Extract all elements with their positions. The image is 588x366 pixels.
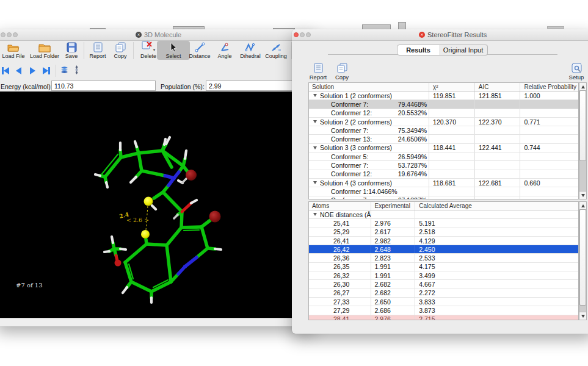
conformer-row[interactable]: Conformer 7:79.4468%: [309, 100, 578, 109]
tab-original-input[interactable]: Original Input: [439, 45, 488, 56]
cell-text: 0.660: [524, 179, 540, 187]
scrollbar-thumb[interactable]: [579, 90, 586, 161]
noe-row[interactable]: 26,302.6824.667: [309, 280, 578, 289]
minimize-button[interactable]: [7, 32, 12, 37]
solution-cell: Conformer 1:14.0466%: [309, 187, 429, 195]
tab-results[interactable]: Results: [397, 45, 440, 56]
last-conformer-button[interactable]: [43, 66, 50, 76]
conformer-label: Conformer 7:: [309, 196, 368, 199]
solution-row[interactable]: Solution 1 (2 conformers)119.851121.8511…: [309, 92, 578, 100]
noe-row[interactable]: 26,272.6822.272: [309, 289, 578, 298]
cell-text: 2.982: [375, 237, 391, 245]
column-header-aic[interactable]: AIC: [475, 83, 521, 91]
highlighted-atom[interactable]: [141, 230, 150, 239]
column-header-chi2[interactable]: χ²: [429, 83, 475, 91]
noe-row[interactable]: 26,351.9914.175: [309, 263, 578, 271]
conformer-row[interactable]: Conformer 7:53.7287%: [309, 161, 578, 170]
solution-row[interactable]: Solution 4 (3 conformers)118.681122.6810…: [309, 179, 578, 187]
zoom-button[interactable]: [306, 32, 311, 37]
delete-dropdown-arrow[interactable]: ▾: [153, 48, 156, 52]
previous-conformer-button[interactable]: [16, 66, 21, 76]
conformer-row[interactable]: Conformer 5:26.5949%: [309, 152, 578, 161]
expand-triangle-icon[interactable]: [313, 213, 317, 216]
atoms-cell: 26,42: [309, 245, 371, 253]
scroll-down-button[interactable]: [579, 312, 586, 320]
window-title: 3D Molecule: [144, 31, 181, 38]
column-header-atoms[interactable]: Atoms: [309, 202, 371, 210]
column-header-calculated-average[interactable]: Calculated Average: [415, 202, 578, 210]
molecule-window-titlebar[interactable]: ✕ 3D Molecule: [0, 29, 315, 41]
copy-button[interactable]: Copy: [328, 62, 356, 81]
stereofitter-app-icon: ✕: [419, 32, 425, 38]
relative-probability-cell: [520, 100, 578, 108]
scrollbar-thumb[interactable]: [579, 209, 586, 306]
noe-row[interactable]: 26,422.6482.450: [309, 245, 578, 254]
column-header-experimental[interactable]: Experimental: [371, 202, 416, 210]
expand-triangle-icon[interactable]: [313, 94, 317, 97]
noe-row[interactable]: 26,321.9913.499: [309, 271, 578, 280]
coupling-button[interactable]: Coupling: [260, 41, 292, 59]
oxygen-atom[interactable]: [209, 211, 221, 223]
conformer-row[interactable]: Conformer 7:75.3494%: [309, 126, 578, 135]
noe-scrollbar[interactable]: [579, 201, 587, 320]
minimize-button[interactable]: [300, 32, 305, 37]
expand-triangle-icon[interactable]: [313, 181, 317, 184]
conformer-row[interactable]: Conformer 13:24.6506%: [309, 135, 578, 143]
chi2-cell: 120.370: [429, 118, 475, 126]
load-file-button[interactable]: Load File: [0, 41, 30, 59]
expand-triangle-icon[interactable]: [313, 146, 317, 149]
cell-text: 118.681: [433, 179, 456, 187]
noe-row[interactable]: 28,412.9762.715: [309, 315, 578, 320]
column-header-solution[interactable]: Solution: [309, 83, 429, 91]
first-conformer-button[interactable]: [2, 66, 9, 76]
cell-text: 119.851: [433, 92, 456, 99]
atom-pair-label: 26,35: [309, 263, 349, 270]
stack-view-button[interactable]: [60, 66, 69, 76]
noe-row[interactable]: 27,332.6503.833: [309, 298, 578, 306]
solution-row[interactable]: Solution 2 (2 conformers)120.370122.3700…: [309, 118, 578, 126]
noe-row[interactable]: 27,292.6863.873: [309, 306, 578, 315]
setup-button[interactable]: Setup: [562, 62, 588, 81]
solution-row[interactable]: Solution 3 (3 conformers)118.441122.4410…: [309, 144, 578, 152]
oxygen-atom[interactable]: [186, 170, 197, 181]
next-conformer-button[interactable]: [30, 66, 35, 76]
noe-row[interactable]: 26,412.9824.129: [309, 237, 578, 245]
noe-row[interactable]: 26,362.8232.533: [309, 254, 578, 262]
nitrogen-atom[interactable]: [183, 265, 187, 268]
close-button[interactable]: [294, 32, 299, 37]
close-button[interactable]: [1, 32, 5, 37]
solutions-scrollbar[interactable]: [579, 82, 587, 199]
cell-text: 2.976: [375, 315, 391, 320]
highlighted-atom[interactable]: [144, 197, 153, 206]
layers-icon: [60, 65, 69, 77]
noe-row[interactable]: 25,412.9765.191: [309, 219, 578, 228]
expand-triangle-icon[interactable]: [313, 120, 317, 123]
conformer-row[interactable]: Conformer 7:67.1827%: [309, 196, 578, 199]
oxygen-atom[interactable]: [115, 260, 122, 267]
calculated-cell: 2.272: [415, 289, 578, 297]
relative-probability-cell: [520, 152, 578, 160]
nitrogen-atom[interactable]: [172, 176, 176, 180]
conformer-row[interactable]: Conformer 1:14.0466%: [309, 187, 578, 196]
column-header-relative-probability[interactable]: Relative Probability: [520, 83, 578, 91]
cell-text: 4.129: [419, 237, 435, 245]
results-window-titlebar[interactable]: ✕ StereoFitter Results: [292, 29, 588, 41]
zoom-button[interactable]: [13, 32, 18, 37]
relative-probability-cell: [520, 170, 578, 178]
noe-row[interactable]: 25,292.6172.518: [309, 228, 578, 237]
cell-text: 0.744: [524, 144, 540, 151]
energy-input[interactable]: [51, 81, 156, 91]
conformer-row[interactable]: Conformer 12:20.5532%: [309, 109, 578, 118]
molecule-viewport[interactable]: 2.4 < 2.6 > #7 of 13: [0, 92, 311, 318]
cell-text: 121.851: [479, 92, 502, 99]
arrow-down-icon: [581, 315, 585, 318]
conformer-label: Conformer 13:: [309, 135, 372, 143]
atoms-cell: 26,32: [309, 271, 371, 279]
align-axis-button[interactable]: [73, 66, 81, 76]
atoms-cell: 25,41: [309, 219, 371, 227]
atoms-cell: 26,27: [309, 289, 371, 297]
conformer-row[interactable]: Conformer 12:19.6764%: [309, 170, 578, 179]
scroll-down-button[interactable]: [579, 191, 586, 199]
noe-group-row[interactable]: NOE distances (Å): [309, 210, 578, 219]
setup-gear-icon: [562, 62, 588, 73]
